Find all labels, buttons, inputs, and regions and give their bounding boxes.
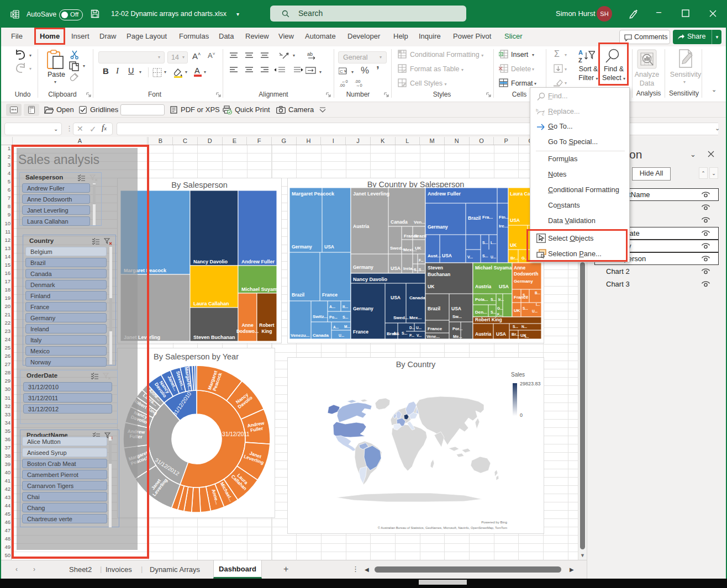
svg-text:A: A [578, 49, 583, 56]
svg-text:→0: →0 [356, 83, 362, 87]
svg-text:C￥: C￥ [340, 69, 347, 74]
svg-text:.00: .00 [339, 83, 345, 87]
svg-text:ab: ab [307, 51, 313, 57]
svg-text:Z: Z [578, 57, 582, 63]
svg-text:b: b [536, 108, 539, 113]
